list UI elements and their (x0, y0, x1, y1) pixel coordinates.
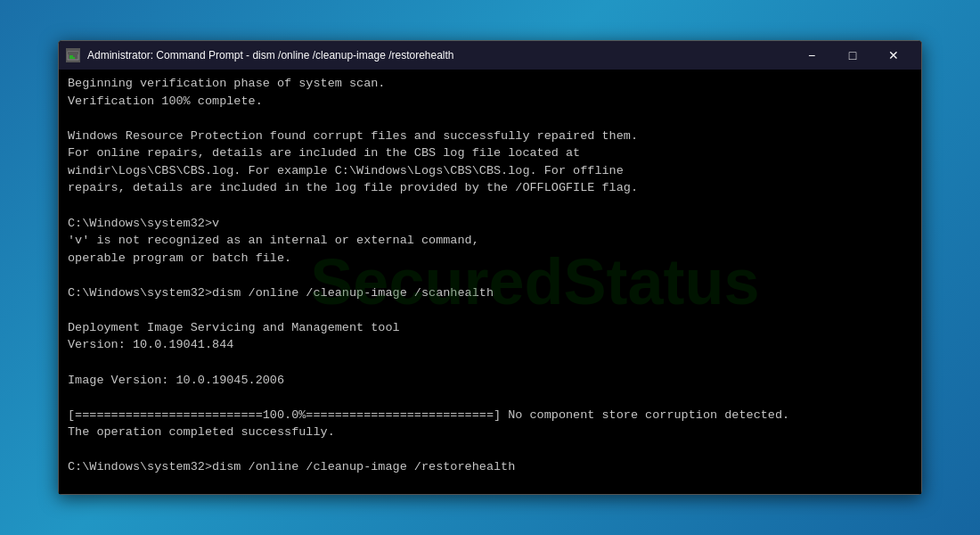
title-bar: Administrator: Command Prompt - dism /on… (59, 41, 921, 70)
svg-rect-1 (68, 52, 78, 54)
window-icon (66, 48, 80, 62)
minimize-button[interactable]: − (791, 41, 832, 70)
terminal-body[interactable]: SecuredStatus Beginning verification pha… (59, 70, 921, 494)
maximize-button[interactable]: □ (832, 41, 873, 70)
window-controls: − □ ✕ (791, 41, 914, 70)
terminal-output: Beginning verification phase of system s… (68, 75, 912, 494)
window-title: Administrator: Command Prompt - dism /on… (87, 49, 791, 62)
command-prompt-window: Administrator: Command Prompt - dism /on… (58, 40, 922, 495)
close-button[interactable]: ✕ (873, 41, 914, 70)
